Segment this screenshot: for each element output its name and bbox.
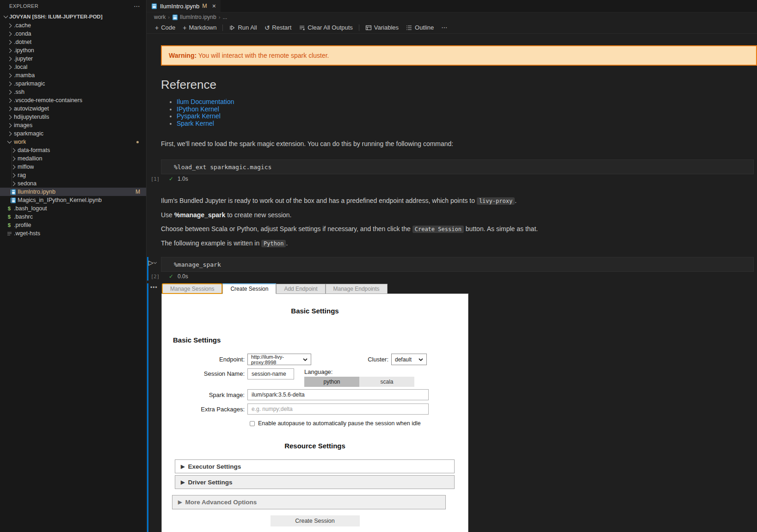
explorer-item-sparkmagic[interactable]: sparkmagic	[0, 129, 146, 138]
explorer-item-sedona[interactable]: sedona	[0, 179, 146, 188]
explorer-item--jupyter[interactable]: .jupyter	[0, 55, 146, 63]
more-advanced-options-accordion[interactable]: ▶ More Advanced Options	[172, 495, 446, 509]
chevron-right-icon[interactable]	[6, 41, 13, 44]
explorer-item--wget-hsts[interactable]: .wget-hsts	[0, 229, 146, 238]
chevron-right-icon[interactable]	[9, 165, 17, 169]
explorer-root-folder[interactable]: JOVYAN [SSH: ILUM-JUPYTER-POD]	[0, 12, 146, 21]
breadcrumb-separator: ›	[219, 14, 221, 20]
explorer-item-autovizwidget[interactable]: autovizwidget	[0, 104, 146, 113]
spark-image-input[interactable]	[247, 389, 429, 400]
explorer-item--vscode-remote-containers[interactable]: .vscode-remote-containers	[0, 96, 146, 104]
chevron-right-icon[interactable]	[6, 116, 13, 119]
chevron-right-icon[interactable]	[6, 74, 13, 77]
reference-link[interactable]: Ilum Documentation	[177, 98, 234, 105]
text: Choose between Scala or Python, adjust S…	[161, 225, 412, 232]
session-name-input[interactable]	[247, 368, 294, 379]
code-cell-1[interactable]: %load_ext sparkmagic.magics ✓ 1.0s [1]	[147, 159, 754, 183]
cell-1-editor[interactable]: %load_ext sparkmagic.magics	[161, 159, 754, 174]
explorer-sidebar: EXPLORER ⋯ JOVYAN [SSH: ILUM-JUPYTER-POD…	[0, 0, 147, 532]
reference-link[interactable]: Pyspark Kernel	[177, 112, 221, 120]
reference-link[interactable]: Spark Kernel	[177, 120, 214, 127]
cell-1-status: ✓ 1.0s	[161, 174, 754, 183]
explorer-item--local[interactable]: .local	[0, 63, 146, 71]
cell-2-editor[interactable]: %manage_spark	[161, 257, 754, 272]
widget-tab-create-session[interactable]: Create Session	[222, 283, 276, 294]
close-icon[interactable]: ×	[212, 2, 216, 10]
chevron-right-icon[interactable]	[6, 91, 13, 94]
toolbar-outline[interactable]: Outline	[402, 23, 437, 33]
chevron-right-icon[interactable]	[6, 107, 13, 110]
explorer-item-work[interactable]: work	[0, 138, 146, 146]
tab-ilumintro[interactable]: IlumIntro.ipynb M ×	[147, 0, 221, 12]
toolbar-variables[interactable]: Variables	[362, 23, 402, 33]
explorer-item-magics-in-ipython-kernel-ipynb[interactable]: Magics_in_IPython_Kernel.ipynb	[0, 196, 146, 204]
explorer-item--dotnet[interactable]: .dotnet	[0, 38, 146, 46]
chevron-right-icon[interactable]	[6, 124, 13, 127]
driver-settings-accordion[interactable]: ▶ Driver Settings	[175, 475, 455, 489]
explorer-item-ilumintro-ipynb[interactable]: IlumIntro.ipynbM	[0, 188, 146, 196]
language-python-button[interactable]: python	[304, 377, 359, 387]
cluster-select[interactable]: default	[391, 354, 427, 365]
executor-settings-accordion[interactable]: ▶ Executor Settings	[175, 459, 455, 473]
cell-2-code[interactable]: %manage_spark	[161, 257, 753, 271]
explorer-item--ssh[interactable]: .ssh	[0, 88, 146, 96]
chevron-right-icon[interactable]	[6, 49, 13, 52]
create-session-button[interactable]: Create Session	[271, 515, 360, 526]
explorer-item-data-formats[interactable]: data-formats	[0, 146, 146, 154]
endpoint-select[interactable]: http://ilum-livy-proxy:8998	[247, 354, 311, 365]
chevron-down-icon[interactable]	[6, 141, 13, 143]
extra-packages-label: Extra Packages:	[162, 406, 247, 413]
toolbar-run-all[interactable]: Run All	[225, 23, 260, 33]
cell-1-code[interactable]: %load_ext sparkmagic.magics	[161, 160, 753, 174]
chevron-right-icon[interactable]	[6, 57, 13, 61]
explorer-more-icon[interactable]: ⋯	[134, 2, 141, 10]
toolbar-clear-all-outputs[interactable]: Clear All Outputs	[295, 23, 357, 33]
explorer-item--bashrc[interactable]: $.bashrc	[0, 213, 146, 221]
chevron-right-icon[interactable]	[6, 32, 13, 36]
extra-packages-input[interactable]	[247, 404, 429, 415]
breadcrumb-item[interactable]: ...	[222, 14, 227, 20]
chevron-right-icon[interactable]	[9, 157, 17, 160]
breadcrumb-item[interactable]: work	[154, 14, 166, 20]
chevron-right-icon[interactable]	[9, 182, 17, 185]
explorer-item--profile[interactable]: $.profile	[0, 221, 146, 229]
breadcrumb-item[interactable]: IlumIntro.ipynb	[172, 14, 216, 20]
breadcrumb-label: work	[154, 14, 166, 20]
toolbar-code[interactable]: +Code	[151, 23, 179, 33]
reference-link[interactable]: IPython Kernel	[177, 105, 219, 113]
chevron-down-icon	[303, 358, 308, 361]
run-cell-button[interactable]: ▷	[148, 259, 156, 266]
toolbar-markdown[interactable]: +Markdown	[179, 23, 220, 33]
language-scala-button[interactable]: scala	[359, 377, 414, 387]
toolbar-[interactable]: ⋯	[437, 23, 451, 33]
explorer-item--cache[interactable]: .cache	[0, 21, 146, 30]
output-options-icon[interactable]: •••	[150, 284, 158, 291]
toolbar-restart[interactable]: ↺Restart	[261, 23, 295, 33]
explorer-item-images[interactable]: images	[0, 121, 146, 129]
explorer-item--conda[interactable]: .conda	[0, 30, 146, 38]
file-label: data-formats	[18, 147, 50, 153]
explorer-item--sparkmagic[interactable]: .sparkmagic	[0, 79, 146, 88]
widget-tab-manage-endpoints[interactable]: Manage Endpoints	[326, 284, 388, 294]
explorer-item-medallion[interactable]: medallion	[0, 154, 146, 163]
explorer-item--bash-logout[interactable]: $.bash_logout	[0, 204, 146, 213]
explorer-item-mlflow[interactable]: mlflow	[0, 163, 146, 171]
chevron-right-icon[interactable]	[6, 99, 13, 102]
explorer-item-rag[interactable]: rag	[0, 171, 146, 179]
chevron-right-icon[interactable]	[6, 82, 13, 86]
chevron-right-icon[interactable]	[6, 132, 13, 135]
explorer-item--ipython[interactable]: .ipython	[0, 46, 146, 55]
widget-tab-add-endpoint[interactable]: Add Endpoint	[276, 284, 325, 294]
autopause-checkbox[interactable]	[250, 421, 255, 426]
chevron-right-icon[interactable]	[9, 174, 17, 177]
code-cell-2[interactable]: ▷ %manage_spark ✓ 0.0s [2]	[147, 257, 754, 281]
file-label: IlumIntro.ipynb	[18, 189, 55, 195]
inline-code-livy-proxy: livy-proxy	[477, 197, 515, 205]
explorer-item--mamba[interactable]: .mamba	[0, 71, 146, 79]
explorer-item-hdijupyterutils[interactable]: hdijupyterutils	[0, 113, 146, 121]
widget-tab-manage-sessions[interactable]: Manage Sessions	[162, 283, 222, 294]
chevron-right-icon[interactable]	[6, 66, 13, 69]
language-group: Language: python scala	[304, 368, 414, 387]
chevron-right-icon[interactable]	[9, 149, 17, 152]
chevron-right-icon[interactable]	[6, 24, 13, 27]
